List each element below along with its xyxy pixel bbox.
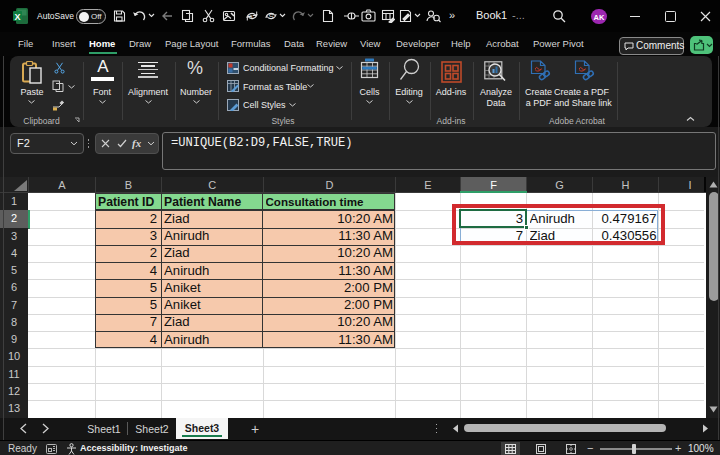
svg-text:X: X: [14, 12, 20, 22]
svg-text:S: S: [269, 12, 274, 21]
